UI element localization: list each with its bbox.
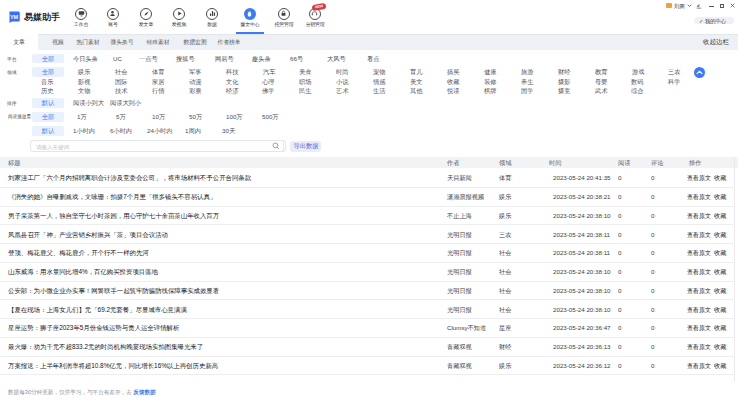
svg-text:YM: YM (10, 13, 19, 19)
